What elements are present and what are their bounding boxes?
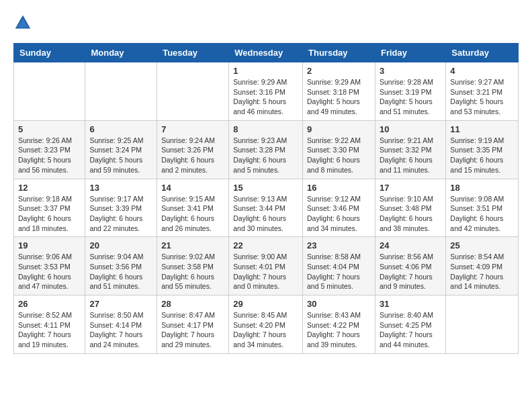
day-number: 18 xyxy=(450,183,514,193)
calendar-cell: 23Sunrise: 8:58 AM Sunset: 4:04 PM Dayli… xyxy=(303,237,375,295)
day-info: Sunrise: 9:25 AM Sunset: 3:24 PM Dayligh… xyxy=(89,136,152,175)
day-number: 16 xyxy=(307,183,371,193)
calendar-cell: 6Sunrise: 9:25 AM Sunset: 3:24 PM Daylig… xyxy=(85,120,157,179)
day-info: Sunrise: 8:54 AM Sunset: 4:09 PM Dayligh… xyxy=(450,252,514,291)
week-row-5: 26Sunrise: 8:52 AM Sunset: 4:11 PM Dayli… xyxy=(14,295,519,354)
day-info: Sunrise: 8:43 AM Sunset: 4:22 PM Dayligh… xyxy=(307,310,371,350)
calendar-cell: 5Sunrise: 9:26 AM Sunset: 3:23 PM Daylig… xyxy=(14,120,85,179)
calendar-cell: 29Sunrise: 8:45 AM Sunset: 4:20 PM Dayli… xyxy=(229,295,303,354)
calendar-cell xyxy=(85,62,157,121)
day-info: Sunrise: 9:29 AM Sunset: 3:16 PM Dayligh… xyxy=(233,77,298,117)
calendar-cell: 25Sunrise: 8:54 AM Sunset: 4:09 PM Dayli… xyxy=(446,237,519,295)
weekday-header-sunday: Sunday xyxy=(14,44,85,62)
logo-icon xyxy=(13,13,32,32)
day-info: Sunrise: 8:40 AM Sunset: 4:25 PM Dayligh… xyxy=(380,310,441,350)
day-number: 20 xyxy=(89,240,152,250)
week-row-4: 19Sunrise: 9:06 AM Sunset: 3:53 PM Dayli… xyxy=(14,237,519,295)
day-number: 11 xyxy=(450,124,514,134)
day-info: Sunrise: 9:29 AM Sunset: 3:18 PM Dayligh… xyxy=(307,77,371,117)
calendar-cell: 16Sunrise: 9:12 AM Sunset: 3:46 PM Dayli… xyxy=(303,179,375,237)
day-number: 25 xyxy=(450,240,514,250)
weekday-header-row: SundayMondayTuesdayWednesdayThursdayFrid… xyxy=(14,44,519,62)
day-info: Sunrise: 8:45 AM Sunset: 4:20 PM Dayligh… xyxy=(233,310,298,350)
calendar-cell: 2Sunrise: 9:29 AM Sunset: 3:18 PM Daylig… xyxy=(303,62,375,121)
week-row-3: 12Sunrise: 9:18 AM Sunset: 3:37 PM Dayli… xyxy=(14,179,519,237)
calendar-cell xyxy=(14,62,85,121)
day-number: 12 xyxy=(18,183,81,193)
day-info: Sunrise: 9:02 AM Sunset: 3:58 PM Dayligh… xyxy=(161,252,224,291)
calendar-cell: 28Sunrise: 8:47 AM Sunset: 4:17 PM Dayli… xyxy=(157,295,229,354)
day-info: Sunrise: 8:50 AM Sunset: 4:14 PM Dayligh… xyxy=(89,310,152,350)
day-number: 31 xyxy=(380,299,441,309)
logo xyxy=(13,13,35,32)
day-info: Sunrise: 9:23 AM Sunset: 3:28 PM Dayligh… xyxy=(233,136,298,175)
day-number: 27 xyxy=(89,299,152,309)
day-info: Sunrise: 9:22 AM Sunset: 3:30 PM Dayligh… xyxy=(307,136,371,175)
day-number: 28 xyxy=(161,299,224,309)
day-info: Sunrise: 9:10 AM Sunset: 3:48 PM Dayligh… xyxy=(380,194,441,234)
calendar-cell: 7Sunrise: 9:24 AM Sunset: 3:26 PM Daylig… xyxy=(157,120,229,179)
week-row-1: 1Sunrise: 9:29 AM Sunset: 3:16 PM Daylig… xyxy=(14,62,519,121)
day-info: Sunrise: 9:26 AM Sunset: 3:23 PM Dayligh… xyxy=(18,136,81,175)
day-number: 17 xyxy=(380,183,441,193)
calendar-cell: 27Sunrise: 8:50 AM Sunset: 4:14 PM Dayli… xyxy=(85,295,157,354)
day-number: 15 xyxy=(233,183,298,193)
day-info: Sunrise: 9:18 AM Sunset: 3:37 PM Dayligh… xyxy=(18,194,81,234)
day-number: 26 xyxy=(18,299,81,309)
day-number: 4 xyxy=(450,66,514,76)
day-number: 10 xyxy=(380,124,441,134)
weekday-header-thursday: Thursday xyxy=(303,44,375,62)
day-info: Sunrise: 9:15 AM Sunset: 3:41 PM Dayligh… xyxy=(161,194,224,234)
day-number: 19 xyxy=(18,240,81,250)
day-number: 22 xyxy=(233,240,298,250)
weekday-header-monday: Monday xyxy=(85,44,157,62)
day-info: Sunrise: 9:21 AM Sunset: 3:32 PM Dayligh… xyxy=(380,136,441,175)
calendar-cell: 10Sunrise: 9:21 AM Sunset: 3:32 PM Dayli… xyxy=(375,120,445,179)
weekday-header-tuesday: Tuesday xyxy=(157,44,229,62)
calendar-cell: 31Sunrise: 8:40 AM Sunset: 4:25 PM Dayli… xyxy=(375,295,445,354)
day-info: Sunrise: 9:12 AM Sunset: 3:46 PM Dayligh… xyxy=(307,194,371,234)
day-info: Sunrise: 9:04 AM Sunset: 3:56 PM Dayligh… xyxy=(89,252,152,291)
calendar-cell: 18Sunrise: 9:08 AM Sunset: 3:51 PM Dayli… xyxy=(446,179,519,237)
calendar-cell: 24Sunrise: 8:56 AM Sunset: 4:06 PM Dayli… xyxy=(375,237,445,295)
calendar-cell: 4Sunrise: 9:27 AM Sunset: 3:21 PM Daylig… xyxy=(446,62,519,121)
calendar-cell: 8Sunrise: 9:23 AM Sunset: 3:28 PM Daylig… xyxy=(229,120,303,179)
day-number: 30 xyxy=(307,299,371,309)
day-number: 7 xyxy=(161,124,224,134)
day-number: 23 xyxy=(307,240,371,250)
calendar-cell: 15Sunrise: 9:13 AM Sunset: 3:44 PM Dayli… xyxy=(229,179,303,237)
calendar-cell: 22Sunrise: 9:00 AM Sunset: 4:01 PM Dayli… xyxy=(229,237,303,295)
calendar-cell: 17Sunrise: 9:10 AM Sunset: 3:48 PM Dayli… xyxy=(375,179,445,237)
day-number: 13 xyxy=(89,183,152,193)
day-info: Sunrise: 9:08 AM Sunset: 3:51 PM Dayligh… xyxy=(450,194,514,234)
day-info: Sunrise: 9:06 AM Sunset: 3:53 PM Dayligh… xyxy=(18,252,81,291)
day-number: 9 xyxy=(307,124,371,134)
day-number: 24 xyxy=(380,240,441,250)
calendar-cell: 26Sunrise: 8:52 AM Sunset: 4:11 PM Dayli… xyxy=(14,295,85,354)
day-info: Sunrise: 9:24 AM Sunset: 3:26 PM Dayligh… xyxy=(161,136,224,175)
day-info: Sunrise: 8:56 AM Sunset: 4:06 PM Dayligh… xyxy=(380,252,441,291)
day-info: Sunrise: 8:47 AM Sunset: 4:17 PM Dayligh… xyxy=(161,310,224,350)
day-info: Sunrise: 9:28 AM Sunset: 3:19 PM Dayligh… xyxy=(380,77,441,117)
day-info: Sunrise: 9:00 AM Sunset: 4:01 PM Dayligh… xyxy=(233,252,298,291)
day-info: Sunrise: 8:58 AM Sunset: 4:04 PM Dayligh… xyxy=(307,252,371,291)
day-number: 3 xyxy=(380,66,441,76)
calendar-cell: 19Sunrise: 9:06 AM Sunset: 3:53 PM Dayli… xyxy=(14,237,85,295)
calendar-cell: 12Sunrise: 9:18 AM Sunset: 3:37 PM Dayli… xyxy=(14,179,85,237)
day-info: Sunrise: 9:19 AM Sunset: 3:35 PM Dayligh… xyxy=(450,136,514,175)
day-info: Sunrise: 9:13 AM Sunset: 3:44 PM Dayligh… xyxy=(233,194,298,234)
week-row-2: 5Sunrise: 9:26 AM Sunset: 3:23 PM Daylig… xyxy=(14,120,519,179)
calendar-cell: 21Sunrise: 9:02 AM Sunset: 3:58 PM Dayli… xyxy=(157,237,229,295)
calendar-cell: 30Sunrise: 8:43 AM Sunset: 4:22 PM Dayli… xyxy=(303,295,375,354)
calendar-table: SundayMondayTuesdayWednesdayThursdayFrid… xyxy=(13,43,519,354)
page-header xyxy=(13,13,519,32)
day-number: 29 xyxy=(233,299,298,309)
calendar-cell xyxy=(446,295,519,354)
day-info: Sunrise: 8:52 AM Sunset: 4:11 PM Dayligh… xyxy=(18,310,81,350)
day-number: 5 xyxy=(18,124,81,134)
calendar-cell: 9Sunrise: 9:22 AM Sunset: 3:30 PM Daylig… xyxy=(303,120,375,179)
day-number: 1 xyxy=(233,66,298,76)
day-number: 21 xyxy=(161,240,224,250)
calendar-cell: 3Sunrise: 9:28 AM Sunset: 3:19 PM Daylig… xyxy=(375,62,445,121)
weekday-header-wednesday: Wednesday xyxy=(229,44,303,62)
